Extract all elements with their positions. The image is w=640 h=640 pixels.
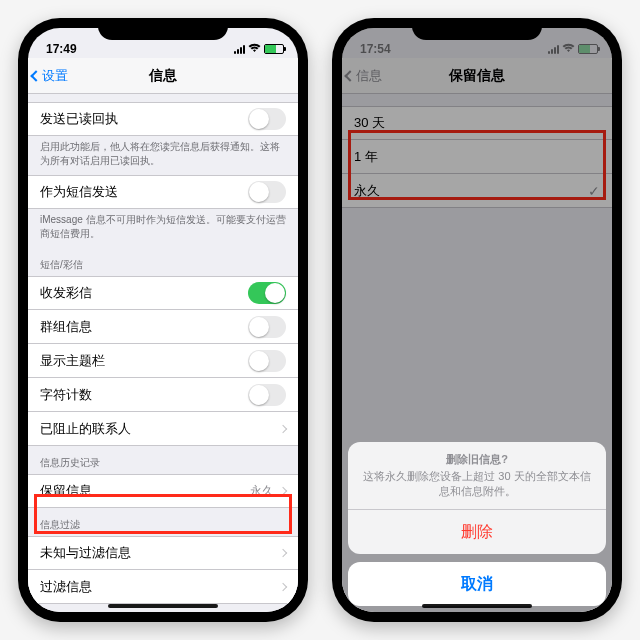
row-read-receipt[interactable]: 发送已读回执 bbox=[28, 102, 298, 136]
chevron-right-icon bbox=[279, 424, 287, 432]
toggle-char-count[interactable] bbox=[248, 384, 286, 406]
row-filter-toggle[interactable]: 过滤信息 bbox=[28, 570, 298, 604]
delete-button[interactable]: 删除 bbox=[348, 510, 606, 554]
row-label: 作为短信发送 bbox=[40, 183, 248, 201]
row-value: 永久 bbox=[250, 483, 274, 500]
toggle-send-as-sms[interactable] bbox=[248, 181, 286, 203]
header-history: 信息历史记录 bbox=[28, 446, 298, 474]
row-label: 已阻止的联系人 bbox=[40, 420, 274, 438]
row-blocked[interactable]: 已阻止的联系人 bbox=[28, 412, 298, 446]
row-keep-messages[interactable]: 保留信息 永久 bbox=[28, 474, 298, 508]
sheet-message: 这将永久删除您设备上超过 30 天的全部文本信息和信息附件。 bbox=[362, 469, 592, 499]
chevron-right-icon bbox=[279, 549, 287, 557]
sheet-title: 删除旧信息? bbox=[362, 452, 592, 467]
row-label: 过滤信息 bbox=[40, 578, 274, 596]
status-indicators bbox=[234, 42, 284, 56]
footer-read-receipt: 启用此功能后，他人将在您读完信息后获得通知。这将为所有对话启用已读回执。 bbox=[28, 136, 298, 175]
toggle-mms[interactable] bbox=[248, 282, 286, 304]
screen-right: 17:54 信息 保留信息 30 天 1 年 bbox=[342, 28, 612, 612]
wifi-icon bbox=[248, 42, 261, 56]
row-label: 显示主题栏 bbox=[40, 352, 248, 370]
row-char-count[interactable]: 字符计数 bbox=[28, 378, 298, 412]
signal-icon bbox=[234, 45, 245, 54]
row-label: 收发彩信 bbox=[40, 284, 248, 302]
status-time: 17:49 bbox=[46, 42, 77, 56]
action-sheet: 删除旧信息? 这将永久删除您设备上超过 30 天的全部文本信息和信息附件。 删除… bbox=[348, 442, 606, 606]
header-filter: 信息过滤 bbox=[28, 508, 298, 536]
notch bbox=[98, 18, 228, 40]
action-sheet-cancel: 取消 bbox=[348, 562, 606, 606]
action-sheet-header: 删除旧信息? 这将永久删除您设备上超过 30 天的全部文本信息和信息附件。 bbox=[348, 442, 606, 510]
phone-left: 17:49 设置 信息 发送已读回执 启用此功能后，他人将在您读完信息后获得 bbox=[18, 18, 308, 622]
home-indicator[interactable] bbox=[422, 604, 532, 608]
row-unknown-filter[interactable]: 未知与过滤信息 bbox=[28, 536, 298, 570]
settings-list[interactable]: 发送已读回执 启用此功能后，他人将在您读完信息后获得通知。这将为所有对话启用已读… bbox=[28, 94, 298, 612]
chevron-right-icon bbox=[279, 582, 287, 590]
row-subject[interactable]: 显示主题栏 bbox=[28, 344, 298, 378]
row-mms[interactable]: 收发彩信 bbox=[28, 276, 298, 310]
cancel-button[interactable]: 取消 bbox=[348, 562, 606, 606]
home-indicator[interactable] bbox=[108, 604, 218, 608]
action-sheet-card: 删除旧信息? 这将永久删除您设备上超过 30 天的全部文本信息和信息附件。 删除 bbox=[348, 442, 606, 554]
screen-left: 17:49 设置 信息 发送已读回执 启用此功能后，他人将在您读完信息后获得 bbox=[28, 28, 298, 612]
row-label: 群组信息 bbox=[40, 318, 248, 336]
row-group-msg[interactable]: 群组信息 bbox=[28, 310, 298, 344]
row-label: 字符计数 bbox=[40, 386, 248, 404]
row-send-as-sms[interactable]: 作为短信发送 bbox=[28, 175, 298, 209]
toggle-subject[interactable] bbox=[248, 350, 286, 372]
nav-title: 信息 bbox=[28, 67, 298, 85]
header-sms: 短信/彩信 bbox=[28, 248, 298, 276]
row-label: 发送已读回执 bbox=[40, 110, 248, 128]
row-label: 未知与过滤信息 bbox=[40, 544, 274, 562]
chevron-right-icon bbox=[279, 487, 287, 495]
toggle-read-receipt[interactable] bbox=[248, 108, 286, 130]
row-label: 保留信息 bbox=[40, 482, 250, 500]
toggle-group[interactable] bbox=[248, 316, 286, 338]
notch bbox=[412, 18, 542, 40]
footer-send-as-sms: iMessage 信息不可用时作为短信发送。可能要支付运营商短信费用。 bbox=[28, 209, 298, 248]
battery-icon bbox=[264, 44, 284, 54]
nav-bar: 设置 信息 bbox=[28, 58, 298, 94]
phone-right: 17:54 信息 保留信息 30 天 1 年 bbox=[332, 18, 622, 622]
